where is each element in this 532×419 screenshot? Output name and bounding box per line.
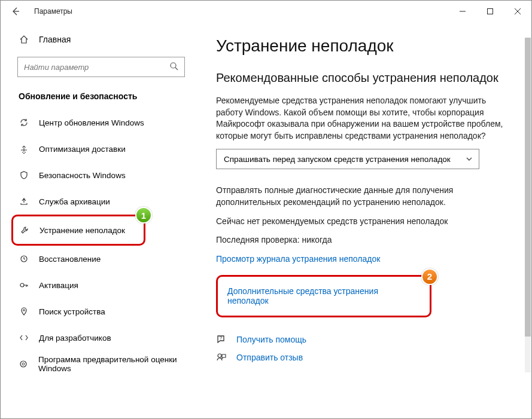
insider-icon	[19, 359, 29, 369]
sidebar: Главная Обновление и безопасность Центр …	[1, 22, 202, 418]
scrollbar-thumb[interactable]	[525, 38, 531, 337]
delivery-icon	[19, 144, 29, 154]
last-check-text: Последняя проверка: никогда	[216, 234, 513, 246]
page-title: Устранение неполадок	[216, 36, 513, 56]
sidebar-item-recovery[interactable]: Восстановление	[1, 246, 202, 272]
feedback-row: Отправить отзыв	[216, 352, 513, 363]
sidebar-item-label: Безопасность Windows	[39, 171, 126, 180]
sidebar-home-label: Главная	[39, 35, 71, 44]
minimize-button[interactable]	[449, 2, 476, 21]
sidebar-item-label: Активация	[39, 281, 78, 290]
home-icon	[19, 35, 29, 44]
search-icon	[169, 62, 179, 71]
sidebar-item-label: Поиск устройства	[39, 307, 105, 316]
svg-point-8	[218, 354, 221, 357]
get-help-link[interactable]: Получить помощь	[236, 335, 306, 344]
wrench-icon	[19, 225, 30, 235]
window-title: Параметры	[34, 7, 72, 16]
sidebar-item-insider[interactable]: Программа предварительной оценки Windows	[1, 351, 202, 377]
close-button[interactable]	[504, 2, 531, 21]
get-help-row: ? Получить помощь	[216, 334, 513, 345]
svg-point-1	[171, 63, 176, 68]
svg-rect-0	[488, 9, 493, 14]
svg-point-4	[23, 310, 25, 311]
key-icon	[19, 280, 29, 290]
feedback-icon	[216, 352, 228, 363]
sidebar-item-windows-security[interactable]: Безопасность Windows	[1, 162, 202, 188]
additional-troubleshooters-box: Дополнительные средства устранения непол…	[216, 275, 431, 317]
svg-point-3	[20, 283, 24, 287]
search-input[interactable]	[17, 57, 185, 77]
footer-links: ? Получить помощь Отправить отзыв	[216, 334, 513, 363]
annotation-badge-2: 2	[421, 268, 438, 285]
sidebar-section-title: Обновление и безопасность	[1, 77, 202, 109]
sidebar-item-activation[interactable]: Активация	[1, 272, 202, 298]
sidebar-item-backup[interactable]: Служба архивации	[1, 188, 202, 215]
sidebar-item-label: Восстановление	[39, 255, 101, 264]
shield-icon	[19, 170, 29, 180]
sidebar-item-label: Для разработчиков	[39, 334, 111, 342]
main-content: Устранение неполадок Рекомендованные спо…	[202, 22, 531, 418]
sidebar-item-windows-update[interactable]: Центр обновления Windows	[1, 109, 202, 136]
sidebar-item-label: Устранение неполадок	[39, 226, 125, 235]
section-recommended-title: Рекомендованные способы устранения непол…	[216, 70, 513, 85]
svg-point-6	[22, 363, 25, 365]
dropdown-value: Спрашивать перед запуском средств устран…	[224, 155, 451, 164]
search-wrap	[17, 57, 185, 77]
sidebar-item-label: Служба архивации	[39, 197, 110, 206]
sync-icon	[19, 118, 29, 127]
sidebar-item-find-device[interactable]: Поиск устройства	[1, 298, 202, 325]
back-button[interactable]	[8, 4, 23, 19]
chevron-down-icon	[466, 155, 473, 163]
troubleshoot-preference-dropdown[interactable]: Спрашивать перед запуском средств устран…	[216, 149, 479, 169]
feedback-link[interactable]: Отправить отзыв	[236, 353, 303, 362]
scrollbar[interactable]	[525, 38, 531, 372]
no-recommended-text: Сейчас нет рекомендуемых средств устране…	[216, 216, 513, 228]
window-controls	[449, 2, 531, 21]
sidebar-item-troubleshoot[interactable]: Устранение неполадок 1	[11, 215, 145, 246]
annotation-badge-1: 1	[135, 207, 152, 224]
backup-icon	[19, 197, 29, 206]
code-icon	[19, 333, 29, 342]
recommended-desc: Рекомендуемые средства устранения непола…	[216, 95, 513, 142]
additional-troubleshooters-link[interactable]: Дополнительные средства устранения непол…	[227, 286, 420, 305]
svg-point-5	[20, 361, 26, 367]
help-icon: ?	[216, 334, 228, 345]
sidebar-item-label: Программа предварительной оценки Windows	[38, 355, 202, 373]
view-history-link[interactable]: Просмотр журнала устранения неполадок	[216, 254, 380, 264]
recovery-icon	[19, 254, 29, 264]
sidebar-home[interactable]: Главная	[1, 28, 202, 51]
sidebar-item-label: Центр обновления Windows	[39, 118, 144, 127]
diagnostic-warning: Отправлять полные диагностические данные…	[216, 185, 513, 208]
sidebar-item-delivery-optimization[interactable]: Оптимизация доставки	[1, 136, 202, 162]
sidebar-item-label: Оптимизация доставки	[39, 145, 126, 154]
location-icon	[19, 307, 29, 316]
maximize-button[interactable]	[476, 2, 504, 21]
titlebar: Параметры	[1, 1, 531, 22]
svg-text:?: ?	[220, 335, 223, 341]
sidebar-item-developers[interactable]: Для разработчиков	[1, 325, 202, 351]
